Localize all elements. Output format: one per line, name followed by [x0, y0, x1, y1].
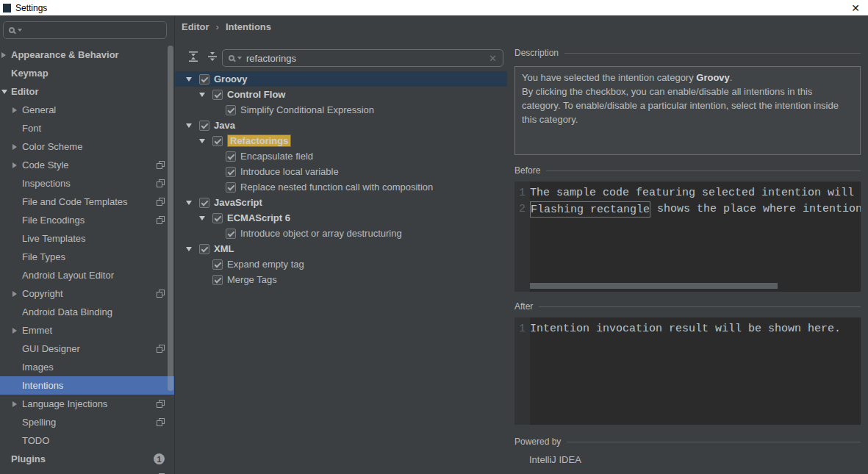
checkbox-checked[interactable]	[199, 198, 209, 208]
expand-all-icon[interactable]	[187, 50, 200, 63]
horizontal-scrollbar[interactable]	[530, 283, 778, 289]
checkbox-checked[interactable]	[212, 259, 223, 270]
sidebar-item-general[interactable]: General	[0, 101, 174, 119]
checkbox-checked[interactable]	[212, 275, 223, 285]
reset-defaults-icon[interactable]	[157, 198, 165, 206]
chevron-right-icon[interactable]	[12, 162, 22, 168]
sidebar-item-todo[interactable]: TODO	[0, 431, 174, 450]
tree-row-expand-empty-tag[interactable]: Expand empty tag	[175, 256, 507, 272]
tree-row-simplify-conditional-expression[interactable]: Simplify Conditional Expression	[175, 102, 507, 118]
tree-label: Control Flow	[227, 89, 285, 100]
search-options-arrow-icon[interactable]	[237, 57, 242, 60]
checkbox-checked[interactable]	[199, 121, 209, 131]
checkbox-checked[interactable]	[226, 167, 236, 177]
chevron-down-icon[interactable]	[186, 247, 199, 251]
reset-defaults-icon[interactable]	[157, 216, 165, 224]
collapse-all-icon[interactable]	[206, 50, 219, 63]
sidebar-item-appearance-behavior[interactable]: Appearance & Behavior	[0, 46, 174, 64]
sidebar-item-copyright[interactable]: Copyright	[0, 284, 174, 303]
chevron-down-icon[interactable]	[186, 123, 199, 128]
tree-row-refactorings[interactable]: Refactorings	[175, 133, 507, 148]
tree-row-ecmascript-6[interactable]: ECMAScript 6	[175, 210, 507, 226]
sidebar-item-plugins[interactable]: Plugins1	[0, 450, 174, 468]
sidebar-item-emmet[interactable]: Emmet	[0, 321, 174, 340]
sidebar-scrollbar[interactable]	[168, 46, 173, 391]
checkbox-checked[interactable]	[199, 244, 209, 254]
settings-window: Settings ✕ Appearance & BehaviorKeymapEd…	[0, 0, 868, 474]
description-box: You have selected the intention category…	[514, 66, 861, 155]
chevron-right-icon[interactable]	[12, 328, 22, 334]
search-options-arrow-icon[interactable]	[18, 29, 22, 32]
sidebar-item-file-types[interactable]: File Types	[0, 248, 174, 266]
line-number: 1	[514, 321, 526, 337]
sidebar-category-list: Appearance & BehaviorKeymapEditorGeneral…	[0, 46, 174, 474]
sidebar-search-input[interactable]	[3, 21, 167, 39]
checkbox-checked[interactable]	[199, 74, 209, 85]
tree-row-java[interactable]: Java	[175, 118, 507, 133]
sidebar-item-color-scheme[interactable]: Color Scheme	[0, 137, 174, 156]
sidebar-item-label: File and Code Templates	[22, 196, 128, 207]
tree-row-replace-nested-function-call-with-composition[interactable]: Replace nested function call with compos…	[175, 179, 507, 195]
chevron-down-icon[interactable]	[1, 90, 11, 94]
sidebar-item-editor[interactable]: Editor	[0, 82, 174, 101]
sidebar-item-version-control[interactable]: Version Control	[0, 468, 174, 474]
checkbox-checked[interactable]	[212, 136, 223, 146]
sidebar-item-keymap[interactable]: Keymap	[0, 64, 174, 82]
checkbox-checked[interactable]	[226, 229, 236, 239]
chevron-down-icon[interactable]	[199, 93, 212, 97]
checkbox-checked[interactable]	[226, 151, 236, 162]
sidebar-item-label: Intentions	[22, 380, 63, 391]
reset-defaults-icon[interactable]	[157, 290, 165, 298]
chevron-down-icon[interactable]	[199, 216, 212, 220]
sidebar-item-gui-designer[interactable]: GUI Designer	[0, 340, 174, 358]
description-line1: You have selected the intention category…	[522, 71, 853, 85]
chevron-right-icon[interactable]	[12, 144, 22, 150]
chevron-right-icon[interactable]	[12, 107, 22, 113]
sidebar-item-live-templates[interactable]: Live Templates	[0, 229, 174, 248]
breadcrumb: Editor › Intentions	[182, 21, 271, 32]
sidebar-item-inspections[interactable]: Inspections	[0, 174, 174, 193]
checkbox-checked[interactable]	[212, 213, 223, 223]
clear-search-icon[interactable]: ✕	[489, 53, 497, 64]
sidebar-item-file-encodings[interactable]: File Encodings	[0, 211, 174, 229]
tree-row-introduce-local-variable[interactable]: Introduce local variable	[175, 164, 507, 179]
tree-row-javascript[interactable]: JavaScript	[175, 195, 507, 210]
chevron-down-icon[interactable]	[199, 139, 212, 143]
sidebar-item-font[interactable]: Font	[0, 119, 174, 137]
reset-defaults-icon[interactable]	[157, 161, 165, 169]
reset-defaults-icon[interactable]	[157, 400, 165, 408]
powered-by-label: Powered by	[514, 437, 561, 447]
sidebar-item-code-style[interactable]: Code Style	[0, 156, 174, 174]
sidebar-item-images[interactable]: Images	[0, 358, 174, 376]
code-text: The sample code featuring selected inten…	[530, 185, 861, 201]
close-icon[interactable]: ✕	[843, 0, 868, 15]
reset-defaults-icon[interactable]	[157, 179, 165, 187]
chevron-right-icon[interactable]	[12, 291, 22, 297]
checkbox-checked[interactable]	[226, 105, 236, 115]
sidebar-item-label: Font	[22, 123, 41, 134]
checkbox-checked[interactable]	[226, 182, 236, 193]
reset-defaults-icon[interactable]	[157, 345, 165, 353]
titlebar: Settings ✕	[0, 0, 868, 15]
intentions-search-input[interactable]: refactorings ✕	[222, 49, 503, 67]
tree-row-xml[interactable]: XML	[175, 241, 507, 256]
sidebar-item-intentions[interactable]: Intentions	[0, 376, 174, 395]
tree-row-groovy[interactable]: Groovy	[175, 71, 507, 87]
sidebar-item-android-data-binding[interactable]: Android Data Binding	[0, 303, 174, 321]
chevron-right-icon[interactable]	[1, 52, 11, 58]
sidebar-item-language-injections[interactable]: Language Injections	[0, 395, 174, 413]
sidebar-item-file-and-code-templates[interactable]: File and Code Templates	[0, 193, 174, 211]
sidebar-item-spelling[interactable]: Spelling	[0, 413, 174, 431]
tree-row-control-flow[interactable]: Control Flow	[175, 87, 507, 102]
tree-row-introduce-object-or-array-destructuring[interactable]: Introduce object or array destructuring	[175, 226, 507, 241]
chevron-down-icon[interactable]	[186, 201, 199, 205]
reset-defaults-icon[interactable]	[157, 418, 165, 426]
tree-label: Expand empty tag	[227, 259, 304, 270]
checkbox-checked[interactable]	[212, 90, 223, 100]
tree-row-merge-tags[interactable]: Merge Tags	[175, 272, 507, 287]
sidebar-item-android-layout-editor[interactable]: Android Layout Editor	[0, 266, 174, 284]
chevron-down-icon[interactable]	[186, 77, 199, 82]
breadcrumb-editor[interactable]: Editor	[182, 21, 209, 32]
chevron-right-icon[interactable]	[12, 401, 22, 407]
tree-row-encapsulate-field[interactable]: Encapsulate field	[175, 148, 507, 164]
